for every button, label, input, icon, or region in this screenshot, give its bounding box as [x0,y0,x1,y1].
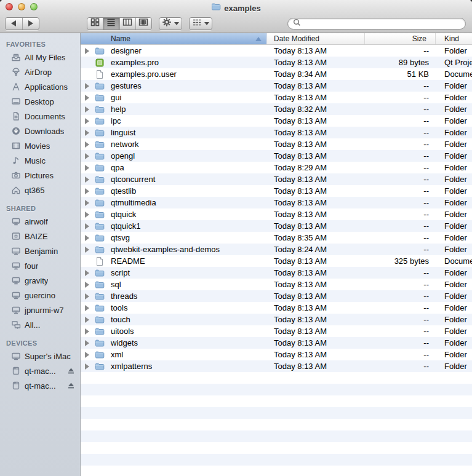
table-row[interactable]: qtsvg Today 8:35 AM -- Folder [81,232,472,244]
disclosure-triangle-icon[interactable] [85,165,89,171]
column-header-size[interactable]: Size [365,33,436,44]
table-row[interactable]: qtmultimedia Today 8:13 AM -- Folder [81,197,472,208]
sidebar-item-desktop[interactable]: Desktop [0,94,80,109]
disclosure-triangle-icon[interactable] [85,130,89,136]
disclosure-triangle-icon[interactable] [85,95,89,101]
arrange-menu-button[interactable] [189,17,212,30]
table-row[interactable]: widgets Today 8:13 AM -- Folder [81,337,472,349]
disclosure-triangle-icon[interactable] [85,223,89,229]
icon-view-glyph [90,18,100,26]
table-row[interactable]: gestures Today 8:13 AM -- Folder [81,80,472,92]
column-header-name[interactable]: Name [81,33,266,44]
icon-view-button[interactable] [87,18,103,30]
coverflow-view-button[interactable] [135,18,151,30]
file-size: 89 bytes [365,58,432,67]
disclosure-triangle-icon[interactable] [85,200,89,206]
sidebar-item-gravity[interactable]: gravity [0,273,80,288]
table-row[interactable]: touch Today 8:13 AM -- Folder [81,314,472,325]
sidebar-item-airdrop[interactable]: AirDrop [0,65,80,79]
column-header-date-modified[interactable]: Date Modified [266,33,365,44]
eject-button[interactable] [67,382,75,389]
table-row[interactable]: xml Today 8:13 AM -- Folder [81,349,472,360]
disclosure-triangle-icon[interactable] [85,363,89,370]
file-name: touch [108,315,266,324]
sidebar-item-baize[interactable]: BAIZE [0,229,80,244]
search-field[interactable] [287,18,466,30]
eject-button[interactable] [67,367,75,375]
table-row[interactable]: designer Today 8:13 AM -- Folder [81,45,472,57]
disclosure-triangle-icon[interactable] [85,118,89,124]
table-row[interactable]: examples.pro Today 8:13 AM 89 bytes Qt P… [81,57,472,68]
table-row[interactable]: README Today 8:13 AM 325 bytes Docume [81,255,472,267]
table-row[interactable]: opengl Today 8:13 AM -- Folder [81,150,472,162]
sidebar-item-qt365[interactable]: qt365 [0,183,80,197]
table-row[interactable]: linguist Today 8:13 AM -- Folder [81,127,472,138]
disclosure-triangle-icon[interactable] [85,83,89,89]
table-row[interactable]: uitools Today 8:13 AM -- Folder [81,325,472,337]
table-row[interactable]: qtwebkit-examples-and-demos Today 8:24 A… [81,244,472,255]
sidebar-item-music[interactable]: Music [0,153,80,168]
disclosure-triangle-icon[interactable] [85,352,89,358]
disclosure-triangle-icon[interactable] [85,270,89,276]
disclosure-triangle-icon[interactable] [85,141,89,148]
sidebar-item-pictures[interactable]: Pictures [0,168,80,183]
table-row[interactable]: threads Today 8:13 AM -- Folder [81,290,472,302]
title-bar[interactable]: examples [0,0,472,14]
sidebar-item-qt-mac[interactable]: qt-mac... [0,378,80,393]
disclosure-triangle-icon[interactable] [85,188,89,194]
disclosure-triangle-icon[interactable] [85,340,89,346]
disclosure-triangle-icon[interactable] [85,317,89,323]
column-header-kind[interactable]: Kind [436,33,472,44]
disclosure-triangle-icon[interactable] [85,293,89,299]
table-row[interactable]: qpa Today 8:29 AM -- Folder [81,162,472,173]
table-row[interactable]: sql Today 8:13 AM -- Folder [81,279,472,290]
disclosure-triangle-icon[interactable] [85,48,89,54]
disclosure-triangle-icon[interactable] [85,177,89,183]
disclosure-triangle-icon[interactable] [85,106,89,113]
sidebar-item-qt-mac[interactable]: qt-mac... [0,363,80,378]
table-row[interactable]: qtestlib Today 8:13 AM -- Folder [81,185,472,197]
disclosure-triangle-icon[interactable] [85,212,89,218]
table-row[interactable]: xmlpatterns Today 8:13 AM -- Folder [81,360,472,372]
table-row[interactable]: ipc Today 8:13 AM -- Folder [81,115,472,127]
disclosure-triangle-icon[interactable] [85,328,89,335]
disclosure-triangle-icon[interactable] [85,153,89,159]
file-kind: Folder [432,268,472,277]
music-icon [11,156,21,165]
sidebar-item-guercino[interactable]: guercino [0,288,80,303]
list-view-button[interactable] [103,18,119,30]
disclosure-triangle-icon[interactable] [85,235,89,241]
search-input[interactable] [303,18,460,28]
action-menu-button[interactable] [159,17,182,30]
sidebar-item-airwolf[interactable]: airwolf [0,214,80,229]
disclosure-triangle-icon[interactable] [85,247,89,253]
column-view-button[interactable] [119,18,135,30]
table-row[interactable]: examples.pro.user Today 8:34 AM 51 KB Do… [81,68,472,80]
forward-button[interactable] [22,18,39,30]
file-name: README [108,256,266,266]
sidebar-item-benjamin[interactable]: Benjamin [0,244,80,258]
eject-icon[interactable] [67,382,75,389]
sidebar-item-four[interactable]: four [0,258,80,273]
sidebar-item-all[interactable]: All... [0,317,80,332]
table-row[interactable]: network Today 8:13 AM -- Folder [81,138,472,150]
sidebar-item-downloads[interactable]: Downloads [0,124,80,138]
sidebar-item-jpnurmi-w7[interactable]: jpnurmi-w7 [0,303,80,317]
disclosure-triangle-icon[interactable] [85,282,89,288]
table-row[interactable]: tools Today 8:13 AM -- Folder [81,302,472,314]
sidebar-item-applications[interactable]: Applications [0,79,80,94]
table-row[interactable]: qtconcurrent Today 8:13 AM -- Folder [81,173,472,185]
table-row[interactable]: help Today 8:32 AM -- Folder [81,103,472,115]
sidebar-item-super-s-imac[interactable]: Super's iMac [0,349,80,363]
eject-icon[interactable] [67,367,75,375]
disclosure-triangle-icon[interactable] [85,305,89,311]
table-row[interactable]: gui Today 8:13 AM -- Folder [81,92,472,103]
table-row[interactable]: qtquick1 Today 8:13 AM -- Folder [81,220,472,232]
table-row[interactable]: qtquick Today 8:13 AM -- Folder [81,208,472,220]
table-row[interactable]: script Today 8:13 AM -- Folder [81,267,472,279]
sidebar-item-documents[interactable]: Documents [0,109,80,124]
back-button[interactable] [6,18,22,30]
sidebar-item-all-my-files[interactable]: All My Files [0,50,80,65]
folder-icon [95,315,105,325]
sidebar-item-movies[interactable]: Movies [0,138,80,153]
